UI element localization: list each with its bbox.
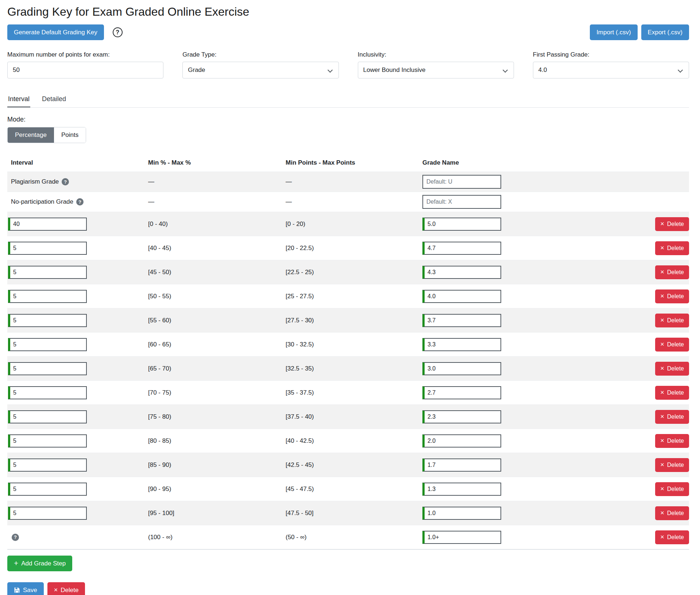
tab-detailed[interactable]: Detailed: [41, 95, 67, 107]
save-button[interactable]: Save: [7, 582, 44, 595]
interval-input[interactable]: [8, 434, 87, 448]
delete-row-button[interactable]: × Delete: [655, 506, 689, 520]
grade-name-input[interactable]: [422, 507, 501, 520]
x-icon: ×: [660, 366, 664, 371]
grade-name-input[interactable]: [422, 338, 501, 351]
grade-name-input[interactable]: [422, 410, 501, 423]
grade-name-input[interactable]: [422, 434, 501, 448]
mode-points-button[interactable]: Points: [54, 127, 86, 143]
table-row: [50 - 55) [25 - 27.5) × Delete: [7, 284, 689, 308]
x-icon: ×: [660, 462, 664, 467]
interval-input[interactable]: [8, 507, 87, 520]
interval-input[interactable]: [8, 218, 87, 231]
table-header-row: Interval Min % - Max % Min Points - Max …: [7, 156, 689, 172]
grade-name-input[interactable]: [422, 531, 501, 544]
interval-input[interactable]: [8, 410, 87, 423]
inclusivity-select[interactable]: Lower Bound Inclusive: [358, 62, 514, 78]
special-row-label: Plagiarism Grade: [11, 178, 59, 185]
delete-row-button[interactable]: × Delete: [655, 386, 689, 400]
max-points-input[interactable]: [7, 62, 163, 78]
delete-row-button[interactable]: × Delete: [655, 314, 689, 327]
delete-row-button-label: Delete: [667, 293, 684, 299]
grade-name-input[interactable]: [422, 175, 501, 189]
help-icon[interactable]: ?: [113, 27, 123, 37]
table-row: No-participation Grade ? — —: [7, 192, 689, 212]
interval-input[interactable]: [8, 362, 87, 375]
save-button-label: Save: [23, 587, 37, 593]
export-csv-button[interactable]: Export (.csv): [641, 24, 689, 40]
percent-range: [50 - 55): [148, 293, 286, 300]
grade-name-input[interactable]: [422, 314, 501, 327]
mode-percentage-button[interactable]: Percentage: [8, 127, 54, 143]
x-icon: ×: [660, 245, 664, 250]
delete-row-button-label: Delete: [667, 269, 684, 275]
table-row: ? (100 - ∞) (50 - ∞) × Delete: [7, 525, 689, 549]
x-icon: ×: [660, 221, 664, 226]
grade-name-input[interactable]: [422, 483, 501, 496]
interval-input[interactable]: [8, 386, 87, 399]
table-row: [90 - 95) [45 - 47.5) × Delete: [7, 477, 689, 501]
save-icon: [14, 587, 20, 593]
interval-input[interactable]: [8, 314, 87, 327]
add-grade-step-button[interactable]: + Add Grade Step: [7, 556, 72, 571]
chevron-down-icon: [503, 68, 508, 73]
grade-name-input[interactable]: [422, 290, 501, 303]
delete-grading-key-button[interactable]: × Delete: [47, 582, 85, 595]
help-icon[interactable]: ?: [12, 534, 19, 541]
mode-label: Mode:: [7, 116, 689, 123]
delete-row-button[interactable]: × Delete: [655, 289, 689, 303]
grade-name-input[interactable]: [422, 242, 501, 255]
page-title: Grading Key for Exam Graded Online Exerc…: [7, 5, 689, 19]
inclusivity-field-group: Inclusivity: Lower Bound Inclusive: [358, 51, 514, 78]
grade-type-select[interactable]: Grade: [182, 62, 339, 78]
points-range: [22.5 - 25): [286, 269, 422, 276]
grade-name-input[interactable]: [422, 362, 501, 375]
delete-row-button[interactable]: × Delete: [655, 362, 689, 376]
points-range: [45 - 47.5): [286, 485, 422, 493]
percent-range: [75 - 80): [148, 413, 286, 421]
grade-name-input[interactable]: [422, 195, 501, 209]
delete-row-button[interactable]: × Delete: [655, 458, 689, 472]
delete-button-label: Delete: [61, 587, 78, 593]
first-passing-grade-select[interactable]: 4.0: [533, 62, 689, 78]
percent-range: [90 - 95): [148, 485, 286, 493]
help-icon[interactable]: ?: [76, 198, 84, 206]
first-passing-grade-value: 4.0: [538, 66, 547, 74]
delete-row-button[interactable]: × Delete: [655, 217, 689, 231]
table-row: [85 - 90) [42.5 - 45) × Delete: [7, 453, 689, 477]
grade-name-input[interactable]: [422, 218, 501, 231]
delete-row-button[interactable]: × Delete: [655, 265, 689, 279]
delete-row-button[interactable]: × Delete: [655, 410, 689, 424]
x-icon: ×: [660, 390, 664, 395]
interval-input[interactable]: [8, 266, 87, 279]
delete-row-button-label: Delete: [667, 438, 684, 444]
interval-input[interactable]: [8, 458, 87, 472]
generate-default-grading-key-button[interactable]: Generate Default Grading Key: [7, 24, 104, 40]
grade-name-input[interactable]: [422, 266, 501, 279]
chevron-down-icon: [678, 68, 683, 73]
delete-row-button[interactable]: × Delete: [655, 482, 689, 496]
grade-name-input[interactable]: [422, 386, 501, 399]
points-range: [47.5 - 50]: [286, 510, 422, 517]
first-passing-grade-label: First Passing Grade:: [533, 51, 689, 58]
delete-row-button[interactable]: × Delete: [655, 241, 689, 255]
delete-row-button[interactable]: × Delete: [655, 530, 689, 544]
grade-name-input[interactable]: [422, 458, 501, 472]
delete-row-button[interactable]: × Delete: [655, 338, 689, 352]
help-icon[interactable]: ?: [62, 178, 69, 185]
column-header-min-max-percent: Min % - Max %: [148, 159, 286, 166]
delete-row-button[interactable]: × Delete: [655, 434, 689, 448]
delete-row-button-label: Delete: [667, 462, 684, 468]
percent-range: [65 - 70): [148, 365, 286, 372]
import-csv-button[interactable]: Import (.csv): [590, 24, 637, 40]
points-range: [35 - 37.5): [286, 389, 422, 396]
interval-input[interactable]: [8, 290, 87, 303]
interval-input[interactable]: [8, 242, 87, 255]
x-icon: ×: [660, 534, 664, 540]
interval-input[interactable]: [8, 483, 87, 496]
x-icon: ×: [660, 342, 664, 347]
tab-interval[interactable]: Interval: [7, 95, 30, 107]
interval-input[interactable]: [8, 338, 87, 351]
column-header-min-max-points: Min Points - Max Points: [286, 159, 422, 166]
percent-range: [45 - 50): [148, 269, 286, 276]
